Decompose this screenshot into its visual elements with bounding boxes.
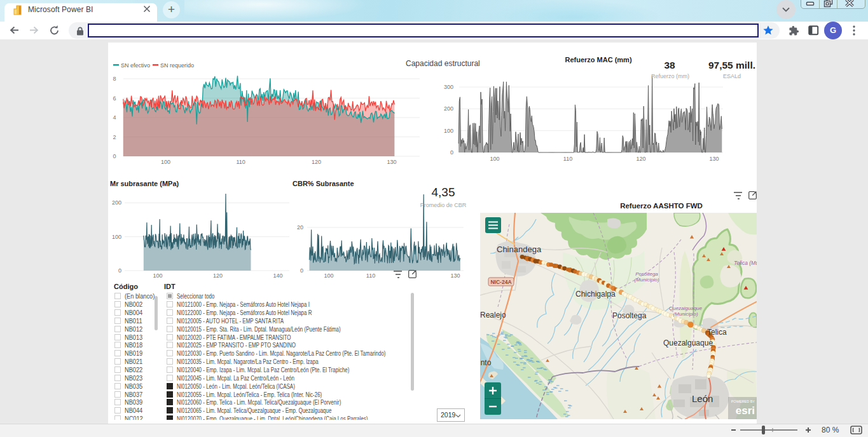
svg-text:4: 4 [113,114,116,121]
svg-text:200: 200 [112,199,121,206]
svg-text:100: 100 [490,156,499,162]
svg-text:110: 110 [563,156,572,162]
svg-text:120: 120 [636,156,645,162]
svg-text:0: 0 [300,267,303,274]
svg-text:4,35: 4,35 [432,185,455,199]
svg-text:SN efectivo: SN efectivo [121,62,150,69]
svg-text:Mr subrasante (MPa): Mr subrasante (MPa) [110,180,179,187]
svg-text:110: 110 [237,159,245,165]
svg-text:200: 200 [444,105,453,112]
svg-text:0: 0 [113,153,116,159]
svg-text:100: 100 [112,234,121,240]
svg-text:110: 110 [366,272,375,279]
svg-text:120: 120 [312,159,321,165]
svg-text:100: 100 [153,272,162,279]
svg-text:Promedio de CBR: Promedio de CBR [420,202,467,208]
svg-text:esri: esri [736,405,755,417]
svg-text:6: 6 [113,95,116,102]
svg-text:100: 100 [444,128,453,134]
svg-text:100: 100 [324,272,333,279]
svg-text:POWERED BY: POWERED BY [731,400,755,403]
svg-text:CBR% Subrasante: CBR% Subrasante [293,180,354,187]
svg-text:2: 2 [113,134,116,140]
svg-text:100: 100 [161,159,170,165]
svg-text:140: 140 [273,272,282,279]
svg-text:130: 130 [709,156,719,162]
svg-text:NIC-24A: NIC-24A [490,279,511,285]
svg-text:Refuerzo MAC (mm): Refuerzo MAC (mm) [565,56,631,64]
svg-text:130: 130 [450,272,460,279]
svg-text:20: 20 [297,224,303,231]
svg-text:0: 0 [118,267,121,274]
svg-text:0: 0 [450,149,453,156]
svg-text:120: 120 [213,272,223,279]
svg-text:80 %: 80 % [822,426,839,434]
svg-text:130: 130 [387,159,397,165]
svg-text:SN requerido: SN requerido [160,62,194,69]
svg-text:300: 300 [444,84,453,90]
svg-text:8: 8 [113,76,116,82]
